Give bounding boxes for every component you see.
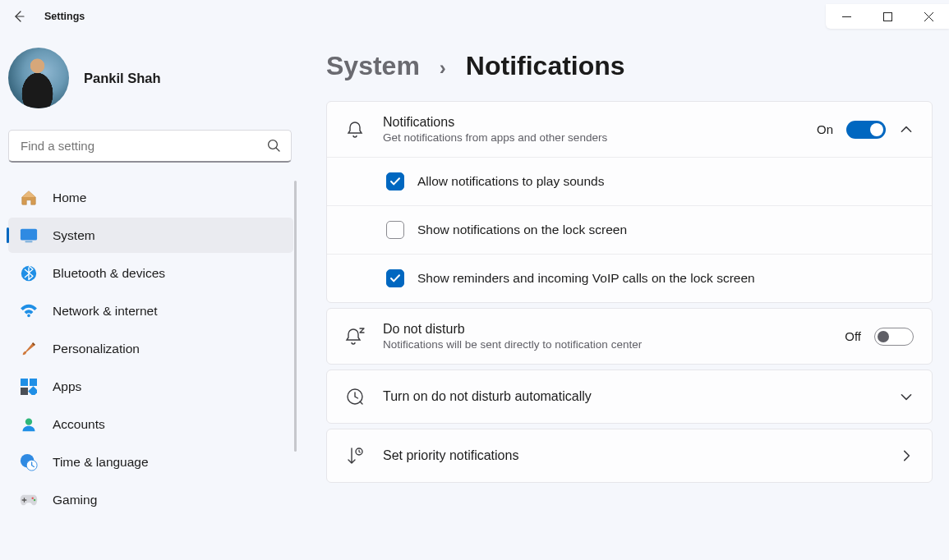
nav-item-accounts[interactable]: Accounts — [8, 406, 293, 442]
priority-card[interactable]: Set priority notifications — [326, 429, 933, 483]
notifications-title: Notifications — [383, 115, 817, 130]
bell-snooze-icon — [345, 327, 366, 347]
svg-point-13 — [31, 497, 34, 499]
bluetooth-icon — [20, 264, 38, 282]
checkbox-lock-screen[interactable] — [386, 221, 404, 239]
search-field[interactable] — [8, 130, 292, 163]
priority-title: Set priority notifications — [383, 448, 899, 463]
nav-item-system[interactable]: System — [8, 218, 293, 253]
nav-label: Home — [53, 190, 86, 205]
dnd-subtitle: Notifications will be sent directly to n… — [383, 338, 845, 351]
svg-point-5 — [27, 314, 30, 317]
system-icon — [20, 227, 38, 245]
notifications-subtitle: Get notifications from apps and other se… — [383, 131, 817, 144]
page-title: Notifications — [466, 51, 625, 81]
dnd-state-label: Off — [845, 329, 861, 343]
nav-item-network[interactable]: Network & internet — [8, 293, 293, 328]
paintbrush-icon — [20, 340, 38, 358]
profile[interactable]: Pankil Shah — [7, 33, 300, 120]
svg-rect-0 — [883, 12, 891, 21]
search-icon — [267, 139, 281, 153]
arrow-left-icon — [12, 10, 25, 23]
svg-rect-7 — [30, 379, 37, 386]
nav-label: Network & internet — [53, 304, 158, 319]
person-icon — [20, 415, 38, 434]
maximize-icon — [883, 12, 892, 21]
clock-globe-icon — [20, 453, 38, 471]
minimize-button[interactable] — [826, 4, 867, 29]
nav-label: Gaming — [53, 493, 97, 507]
sidebar: Pankil Shah Home System — [0, 33, 300, 560]
back-button[interactable] — [12, 9, 26, 24]
notifications-header-row[interactable]: Notifications Get notifications from app… — [327, 102, 932, 157]
dnd-row[interactable]: Do not disturb Notifications will be sen… — [327, 309, 932, 364]
scrollbar[interactable] — [294, 181, 297, 452]
notifications-card: Notifications Get notifications from app… — [326, 101, 933, 303]
svg-rect-8 — [21, 388, 28, 395]
window-controls — [826, 4, 949, 29]
dnd-toggle[interactable] — [874, 328, 914, 346]
svg-rect-6 — [21, 379, 28, 386]
dnd-card: Do not disturb Notifications will be sen… — [326, 308, 933, 365]
user-name: Pankil Shah — [84, 71, 161, 86]
chevron-down-icon — [899, 389, 914, 404]
svg-rect-3 — [25, 241, 32, 242]
chevron-right-icon — [899, 448, 914, 463]
notif-option-label: Show reminders and incoming VoIP calls o… — [417, 271, 755, 286]
breadcrumb-parent[interactable]: System — [326, 51, 420, 81]
notif-option-label: Show notifications on the lock screen — [417, 223, 627, 237]
chevron-right-icon: › — [440, 57, 446, 80]
nav-label: Accounts — [53, 417, 105, 432]
nav-label: Personalization — [53, 342, 140, 356]
nav-item-gaming[interactable]: Gaming — [8, 482, 293, 517]
nav-item-apps[interactable]: Apps — [8, 369, 293, 404]
nav-item-personalization[interactable]: Personalization — [8, 331, 293, 366]
dnd-auto-title: Turn on do not disturb automatically — [383, 389, 899, 404]
maximize-button[interactable] — [867, 4, 908, 29]
notifications-state-label: On — [817, 122, 833, 136]
dnd-auto-card[interactable]: Turn on do not disturb automatically — [326, 370, 933, 424]
svg-rect-2 — [21, 228, 37, 240]
nav-item-bluetooth[interactable]: Bluetooth & devices — [8, 255, 293, 291]
checkbox-allow-sounds[interactable] — [386, 172, 404, 190]
titlebar: Settings — [0, 0, 949, 33]
content: System › Notifications Notifications Get… — [300, 33, 949, 560]
priority-icon — [345, 446, 365, 466]
notif-option-row[interactable]: Allow notifications to play sounds — [327, 157, 932, 205]
search-input[interactable] — [19, 138, 267, 154]
nav-item-home[interactable]: Home — [8, 180, 293, 215]
wifi-icon — [20, 302, 38, 320]
avatar — [8, 48, 69, 108]
notif-option-label: Allow notifications to play sounds — [417, 174, 604, 189]
apps-icon — [20, 378, 38, 396]
chevron-up-icon[interactable] — [899, 122, 914, 137]
close-button[interactable] — [908, 4, 949, 29]
nav-item-time[interactable]: Time & language — [8, 444, 293, 480]
gamepad-icon — [20, 491, 38, 509]
home-icon — [20, 189, 38, 207]
nav-label: Bluetooth & devices — [53, 266, 165, 281]
notif-option-row[interactable]: Show notifications on the lock screen — [327, 205, 932, 254]
checkbox-reminders-voip[interactable] — [386, 269, 404, 287]
nav-label: System — [53, 228, 95, 243]
bell-icon — [345, 120, 365, 140]
notifications-toggle[interactable] — [846, 121, 886, 139]
breadcrumb: System › Notifications — [326, 51, 933, 81]
nav-label: Time & language — [53, 455, 149, 470]
app-title: Settings — [44, 11, 85, 22]
minimize-icon — [842, 12, 851, 21]
dnd-title: Do not disturb — [383, 322, 845, 337]
svg-rect-9 — [28, 386, 37, 395]
svg-point-14 — [34, 498, 36, 501]
svg-point-10 — [25, 418, 32, 425]
close-icon — [924, 12, 933, 21]
nav: Home System Bluetooth & devices Network … — [7, 177, 300, 560]
clock-icon — [345, 387, 365, 406]
notif-option-row[interactable]: Show reminders and incoming VoIP calls o… — [327, 254, 932, 302]
nav-label: Apps — [53, 379, 81, 394]
